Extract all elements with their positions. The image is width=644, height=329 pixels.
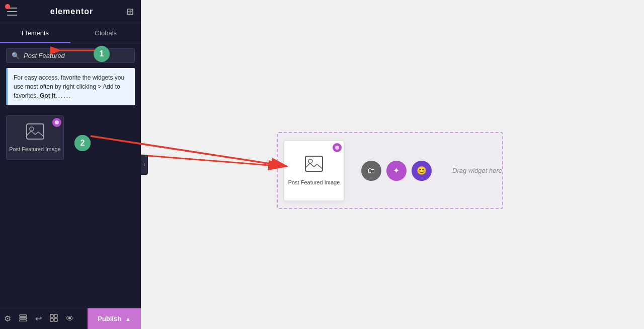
folder-icon: 🗂	[367, 166, 375, 175]
svg-rect-3	[20, 317, 27, 319]
svg-rect-4	[20, 320, 27, 321]
widget-preview-pro-badge	[333, 143, 342, 152]
drop-zone[interactable]: Post Featured Image 🗂 ✦ 😊 Drag widget he…	[277, 132, 503, 209]
sidebar-tabs: Elements Globals	[0, 23, 141, 43]
collapse-arrow-icon: ‹	[143, 162, 145, 167]
layers-icon[interactable]	[19, 314, 27, 323]
action-face-button[interactable]: 😊	[412, 161, 432, 181]
sidebar-header: elementor ⊞	[0, 0, 141, 23]
publish-chevron-icon: ▲	[125, 316, 131, 322]
history-icon[interactable]: ↩	[35, 314, 42, 323]
svg-rect-11	[305, 156, 323, 171]
search-container: 🔍 Post Featured	[0, 43, 141, 68]
face-icon: 😊	[417, 166, 427, 175]
tab-globals[interactable]: Globals	[70, 23, 141, 43]
tip-text: For easy access, favorite the widgets yo…	[14, 73, 129, 100]
tip-box: For easy access, favorite the widgets yo…	[6, 68, 135, 105]
settings-icon[interactable]: ⚙	[4, 314, 11, 323]
notification-dot	[5, 4, 10, 9]
logo-area	[7, 8, 17, 16]
preview-icon[interactable]: 👁	[66, 314, 74, 323]
svg-rect-0	[27, 124, 44, 139]
widget-image-icon	[26, 123, 44, 143]
grid-icon[interactable]: ⊞	[126, 6, 134, 17]
action-folder-button[interactable]: 🗂	[361, 161, 381, 181]
widget-preview-image-icon	[305, 156, 323, 175]
widget-card-label: Post Featured Image	[9, 146, 61, 152]
svg-rect-2	[20, 315, 27, 316]
toolbar-icons: ⚙ ↩ 👁	[0, 314, 88, 324]
sidebar: elementor ⊞ Elements Globals 🔍 Post Feat…	[0, 0, 141, 329]
bottom-toolbar: ⚙ ↩ 👁 Publish ▲	[0, 308, 141, 329]
widget-card-post-featured-image[interactable]: Post Featured Image	[6, 115, 64, 160]
pro-badge	[52, 118, 61, 127]
svg-point-12	[308, 159, 312, 163]
widget-preview-card: Post Featured Image	[284, 141, 344, 201]
svg-rect-8	[54, 318, 57, 321]
widget-preview-label: Post Featured Image	[285, 179, 343, 185]
tab-elements[interactable]: Elements	[0, 23, 70, 43]
search-icon: 🔍	[12, 52, 20, 59]
templates-icon[interactable]	[50, 314, 58, 324]
got-it-link[interactable]: Got It	[40, 92, 55, 99]
drag-text: Drag widget here	[452, 167, 502, 174]
action-magic-button[interactable]: ✦	[386, 161, 407, 181]
svg-rect-7	[50, 318, 53, 321]
svg-point-1	[30, 127, 34, 131]
svg-rect-6	[54, 314, 57, 317]
search-input[interactable]: Post Featured	[24, 52, 65, 59]
publish-button[interactable]: Publish ▲	[88, 308, 141, 330]
drop-zone-actions: 🗂 ✦ 😊	[350, 161, 442, 181]
search-box: 🔍 Post Featured	[6, 48, 135, 63]
collapse-handle[interactable]: ‹	[141, 155, 148, 175]
widgets-grid: Post Featured Image	[0, 111, 141, 164]
svg-rect-5	[50, 314, 53, 317]
main-canvas: Post Featured Image 🗂 ✦ 😊 Drag widget he…	[141, 0, 644, 329]
app-title: elementor	[50, 7, 93, 16]
step-2-badge: 2	[74, 135, 91, 151]
svg-line-10	[141, 151, 282, 166]
magic-icon: ✦	[393, 166, 399, 175]
